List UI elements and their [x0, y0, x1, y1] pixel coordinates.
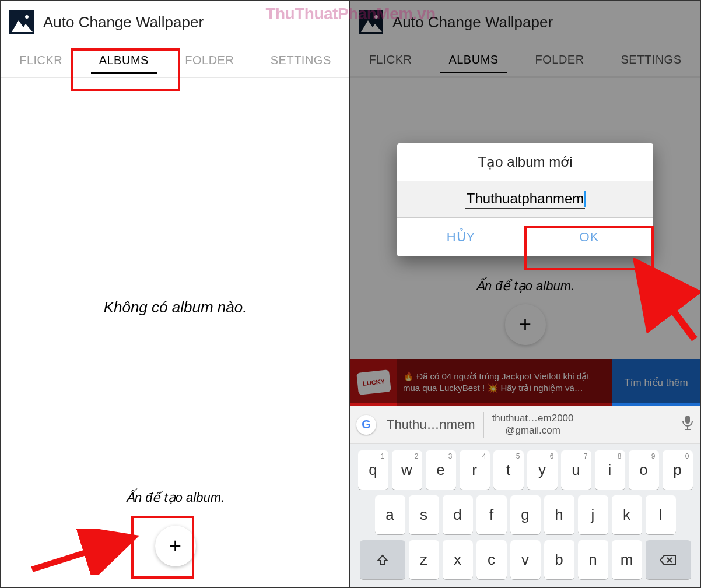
key-o[interactable]: o9 [629, 450, 659, 490]
add-album-fab[interactable]: + [155, 526, 196, 566]
key-i[interactable]: i8 [595, 450, 625, 490]
tab-flickr[interactable]: FLICKR [15, 43, 67, 78]
key-u[interactable]: u7 [561, 450, 591, 490]
key-p[interactable]: p0 [663, 450, 693, 490]
google-icon[interactable]: G [356, 415, 376, 435]
left-content: Không có album nào. Ấn để tạo album. + [1, 78, 349, 587]
key-j[interactable]: j [578, 495, 608, 534]
key-y[interactable]: y6 [527, 450, 558, 490]
key-h[interactable]: h [544, 495, 574, 534]
shift-key[interactable] [360, 540, 405, 579]
onscreen-keyboard: q1w2e3r4t5y6u7i8o9p0 asdfghjkl zxcvbnm [350, 444, 700, 587]
key-v[interactable]: v [510, 540, 541, 579]
mic-icon[interactable] [681, 414, 694, 435]
tab-settings[interactable]: SETTINGS [266, 43, 336, 78]
plus-icon: + [169, 534, 181, 558]
key-e[interactable]: e3 [426, 450, 456, 490]
key-l[interactable]: l [646, 495, 676, 534]
right-pane: Auto Change Wallpaper FLICKR ALBUMS FOLD… [350, 1, 700, 587]
cancel-button[interactable]: HỦY [397, 218, 525, 256]
app-bar: Auto Change Wallpaper [1, 1, 349, 43]
key-m[interactable]: m [612, 540, 642, 579]
key-x[interactable]: x [443, 540, 473, 579]
keyboard-suggestion-bar: G Thuthu…nmem thuthuat…em2000 @gmail.com [350, 406, 700, 444]
key-s[interactable]: s [409, 495, 439, 534]
key-f[interactable]: f [476, 495, 507, 534]
key-q[interactable]: q1 [358, 450, 388, 490]
backspace-key[interactable] [646, 540, 691, 579]
dialog-title: Tạo album mới [397, 143, 653, 181]
key-k[interactable]: k [612, 495, 642, 534]
press-to-create-text: Ấn để tạo album. [126, 490, 225, 505]
ok-button[interactable]: OK [525, 218, 653, 256]
key-d[interactable]: d [443, 495, 473, 534]
suggestion-1[interactable]: Thuthu…nmem [382, 417, 480, 432]
key-w[interactable]: w2 [392, 450, 422, 490]
key-z[interactable]: z [409, 540, 439, 579]
key-r[interactable]: r4 [460, 450, 490, 490]
app-icon [9, 10, 34, 34]
suggestion-2[interactable]: thuthuat…em2000 @gmail.com [488, 413, 579, 436]
svg-point-2 [25, 15, 29, 19]
tab-folder[interactable]: FOLDER [180, 43, 239, 78]
tab-albums[interactable]: ALBUMS [94, 43, 153, 78]
key-a[interactable]: a [375, 495, 405, 534]
key-b[interactable]: b [544, 540, 574, 579]
svg-rect-8 [685, 416, 690, 424]
app-title: Auto Change Wallpaper [43, 13, 204, 31]
left-pane: Auto Change Wallpaper FLICKR ALBUMS FOLD… [1, 1, 350, 587]
no-album-text: Không có album nào. [104, 298, 247, 316]
key-n[interactable]: n [578, 540, 608, 579]
tab-bar: FLICKR ALBUMS FOLDER SETTINGS [1, 43, 349, 78]
key-g[interactable]: g [510, 495, 541, 534]
key-t[interactable]: t5 [493, 450, 524, 490]
create-album-dialog: Tạo album mới Thuthuatphanmem HỦY OK [397, 143, 653, 256]
album-name-input[interactable]: Thuthuatphanmem [465, 189, 585, 209]
key-c[interactable]: c [476, 540, 507, 579]
